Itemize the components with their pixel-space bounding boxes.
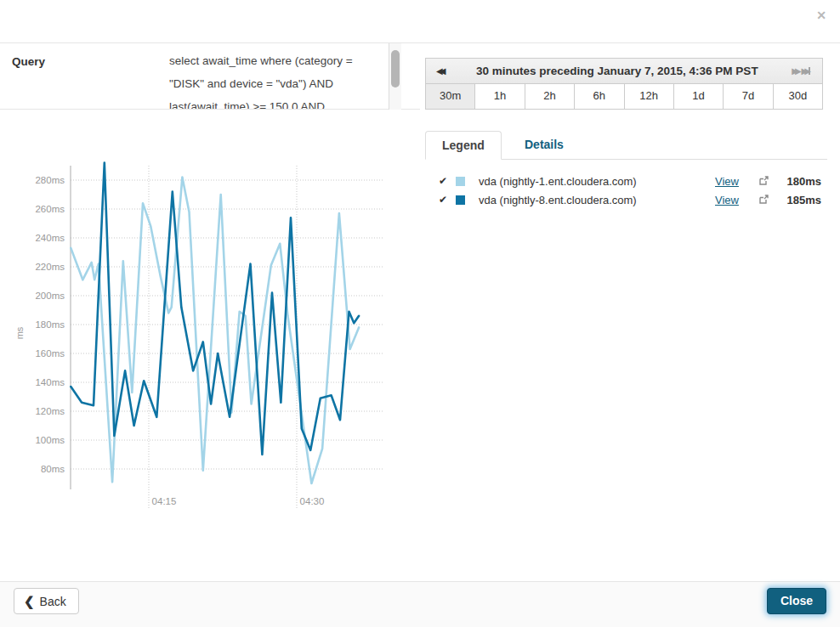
series-line [71, 163, 359, 455]
y-tick-label: 160ms [35, 348, 65, 359]
await-time-chart: 80ms100ms120ms140ms160ms180ms200ms220ms2… [0, 157, 408, 518]
close-icon[interactable]: ✕ [816, 8, 826, 22]
y-tick-label: 240ms [35, 233, 65, 243]
series-color-swatch [456, 177, 465, 186]
legend-row: ✔ vda (nightly-8.ent.cloudera.com) View … [425, 190, 827, 209]
back-button[interactable]: ❮Back [14, 588, 79, 614]
line-chart-svg: 80ms100ms120ms140ms160ms180ms200ms220ms2… [0, 157, 408, 518]
time-range-1h[interactable]: 1h [475, 84, 525, 109]
time-range-2h[interactable]: 2h [525, 84, 575, 109]
query-scrollbar-thumb[interactable] [391, 50, 400, 88]
time-range-1d[interactable]: 1d [674, 84, 724, 109]
time-range-7d[interactable]: 7d [724, 84, 773, 109]
series-current-value: 180ms [775, 175, 827, 188]
external-link-icon[interactable] [759, 175, 775, 188]
y-tick-label: 200ms [35, 291, 65, 301]
close-button[interactable]: Close [767, 588, 826, 614]
y-tick-label: 100ms [35, 435, 65, 445]
tab-details[interactable]: Details [511, 131, 577, 160]
chevron-left-icon: ❮ [24, 594, 35, 608]
query-line: last(await_time) >= 150.0 AND [169, 95, 389, 109]
y-tick-label: 260ms [35, 204, 65, 214]
view-link[interactable]: View [715, 194, 759, 206]
legend-panel: ✔ vda (nightly-1.ent.cloudera.com) View … [425, 172, 827, 209]
query-section: Query select await_time where (category … [0, 43, 420, 110]
time-range-12h[interactable]: 12h [625, 84, 674, 109]
legend-row: ✔ vda (nightly-1.ent.cloudera.com) View … [425, 172, 827, 190]
legend-details-tabs: Legend Details [425, 131, 827, 160]
y-tick-label: 140ms [35, 377, 65, 387]
y-tick-label: 220ms [35, 262, 65, 272]
time-forward-to-now-icon[interactable]: ▶▶ [800, 66, 812, 76]
series-current-value: 185ms [775, 194, 827, 206]
time-range-widget: ◀◀ 30 minutes preceding January 7, 2015,… [425, 58, 823, 110]
y-tick-label: 280ms [35, 175, 65, 185]
time-back-icon[interactable]: ◀◀ [434, 66, 444, 76]
time-forward-icon[interactable]: ▶▶ [790, 66, 799, 76]
time-range-30d[interactable]: 30d [774, 84, 822, 109]
time-range-header: ◀◀ 30 minutes preceding January 7, 2015,… [426, 59, 822, 84]
query-label: Query [0, 43, 169, 109]
query-line: select await_time where (category = [169, 49, 389, 72]
x-tick-label: 04:30 [300, 496, 325, 506]
query-text: select await_time where (category = "DIS… [169, 43, 389, 109]
tab-legend[interactable]: Legend [425, 131, 502, 160]
series-label: vda (nightly-8.ent.cloudera.com) [479, 194, 715, 206]
query-scrollbar[interactable] [389, 43, 401, 110]
external-link-icon[interactable] [759, 194, 775, 206]
time-range-options: 30m 1h 2h 6h 12h 1d 7d 30d [426, 84, 822, 109]
time-range-title: 30 minutes preceding January 7, 2015, 4:… [444, 65, 790, 77]
series-color-swatch [456, 195, 465, 205]
modal-footer: ❮Back Close [0, 581, 840, 627]
y-tick-label: 120ms [35, 406, 65, 416]
view-link[interactable]: View [715, 175, 759, 188]
chart-detail-modal: ✕ Query select await_time where (categor… [0, 0, 840, 627]
time-range-6h[interactable]: 6h [575, 84, 624, 109]
y-tick-label: 80ms [41, 464, 65, 474]
x-tick-label: 04:15 [152, 496, 177, 506]
time-range-30m[interactable]: 30m [426, 84, 475, 109]
series-line [71, 178, 359, 483]
series-checkbox[interactable]: ✔ [425, 175, 447, 187]
series-checkbox[interactable]: ✔ [425, 194, 447, 206]
y-tick-label: 180ms [35, 319, 65, 330]
query-line: "DISK" and device = "vda") AND [169, 72, 389, 95]
series-label: vda (nightly-1.ent.cloudera.com) [479, 175, 715, 188]
y-axis-label: ms [14, 326, 25, 339]
